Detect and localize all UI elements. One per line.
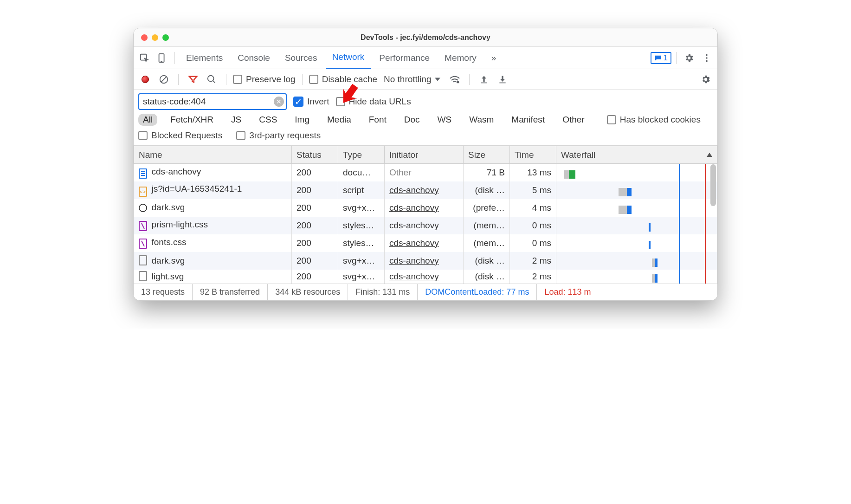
third-party-checkbox[interactable]: 3rd-party requests bbox=[236, 130, 321, 141]
type-js[interactable]: JS bbox=[226, 114, 246, 126]
cell-status: 200 bbox=[292, 217, 338, 234]
cell-type: svg+x… bbox=[338, 199, 385, 217]
device-toolbar-icon[interactable] bbox=[154, 50, 170, 66]
script-icon: <> bbox=[139, 187, 147, 197]
chevron-down-icon bbox=[435, 77, 440, 82]
filter-row: ✕ ✓ Invert Hide data URLs bbox=[134, 90, 717, 112]
settings-icon[interactable] bbox=[681, 50, 697, 66]
col-waterfall[interactable]: Waterfall bbox=[556, 146, 717, 164]
table-row[interactable]: <>js?id=UA-165345241-1200scriptcds-ancho… bbox=[134, 181, 717, 199]
type-css[interactable]: CSS bbox=[254, 114, 282, 126]
cell-initiator[interactable]: cds-anchovy bbox=[385, 199, 464, 217]
clear-button[interactable] bbox=[156, 71, 172, 87]
cell-waterfall bbox=[556, 252, 717, 270]
type-fetchxhr[interactable]: Fetch/XHR bbox=[166, 114, 218, 126]
type-wasm[interactable]: Wasm bbox=[464, 114, 498, 126]
devtools-window: DevTools - jec.fyi/demo/cds-anchovy Elem… bbox=[133, 28, 718, 301]
network-conditions-icon[interactable] bbox=[447, 71, 463, 87]
sort-asc-icon bbox=[707, 153, 712, 157]
cell-name: fonts.css bbox=[134, 234, 292, 252]
record-button[interactable] bbox=[137, 71, 153, 87]
type-filter-row: AllFetch/XHRJSCSSImgMediaFontDocWSWasmMa… bbox=[134, 112, 717, 129]
type-doc[interactable]: Doc bbox=[400, 114, 425, 126]
kebab-menu-icon[interactable] bbox=[699, 50, 715, 66]
titlebar: DevTools - jec.fyi/demo/cds-anchovy bbox=[134, 28, 717, 47]
cell-initiator[interactable]: cds-anchovy bbox=[385, 270, 464, 284]
col-time[interactable]: Time bbox=[510, 146, 556, 164]
col-size[interactable]: Size bbox=[464, 146, 510, 164]
table-scrollbar[interactable] bbox=[710, 164, 716, 206]
filter-input[interactable] bbox=[138, 93, 287, 110]
cell-type: styles… bbox=[338, 217, 385, 234]
moon-icon bbox=[139, 203, 147, 213]
table-row[interactable]: fonts.css200styles…cds-anchovy(mem…0 ms bbox=[134, 234, 717, 252]
table-row[interactable]: dark.svg200svg+x…cds-anchovy(disk …2 ms bbox=[134, 252, 717, 270]
svg-point-4 bbox=[706, 57, 708, 59]
type-font[interactable]: Font bbox=[364, 114, 391, 126]
cell-waterfall bbox=[556, 164, 717, 181]
cell-time: 2 ms bbox=[510, 252, 556, 270]
third-party-label: 3rd-party requests bbox=[249, 130, 321, 141]
type-all[interactable]: All bbox=[138, 114, 157, 126]
cell-initiator[interactable]: cds-anchovy bbox=[385, 252, 464, 270]
svg-point-5 bbox=[706, 60, 708, 62]
type-ws[interactable]: WS bbox=[433, 114, 457, 126]
tabs-overflow-button[interactable]: » bbox=[485, 47, 503, 69]
cell-initiator[interactable]: cds-anchovy bbox=[385, 181, 464, 199]
tab-sources[interactable]: Sources bbox=[278, 47, 324, 69]
tab-console[interactable]: Console bbox=[231, 47, 277, 69]
tab-network[interactable]: Network bbox=[326, 47, 371, 69]
tab-performance[interactable]: Performance bbox=[373, 47, 436, 69]
chat-icon bbox=[654, 54, 662, 62]
cell-initiator: Other bbox=[385, 164, 464, 181]
svg-point-3 bbox=[706, 54, 708, 56]
blocked-requests-checkbox[interactable]: Blocked Requests bbox=[138, 130, 222, 141]
cell-initiator[interactable]: cds-anchovy bbox=[385, 217, 464, 234]
type-manifest[interactable]: Manifest bbox=[507, 114, 549, 126]
cell-name: cds-anchovy bbox=[134, 164, 292, 181]
hide-data-urls-checkbox[interactable]: Hide data URLs bbox=[336, 97, 411, 107]
table-row[interactable]: dark.svg200svg+x…cds-anchovy(prefe…4 ms bbox=[134, 199, 717, 217]
table-row[interactable]: cds-anchovy200docu…Other71 B13 ms bbox=[134, 164, 717, 181]
filter-icon[interactable] bbox=[185, 71, 201, 87]
col-initiator[interactable]: Initiator bbox=[385, 146, 464, 164]
cell-name: dark.svg bbox=[134, 199, 292, 217]
cell-name: dark.svg bbox=[134, 252, 292, 270]
search-icon[interactable] bbox=[204, 71, 219, 87]
issues-badge[interactable]: 1 bbox=[651, 52, 671, 64]
invert-checkbox[interactable]: ✓ Invert bbox=[293, 97, 329, 107]
stylesheet-icon bbox=[139, 239, 147, 249]
disable-cache-checkbox[interactable]: Disable cache bbox=[309, 74, 377, 84]
table-row[interactable]: prism-light.css200styles…cds-anchovy(mem… bbox=[134, 217, 717, 234]
cell-status: 200 bbox=[292, 252, 338, 270]
inspect-element-icon[interactable] bbox=[136, 50, 152, 66]
cell-size: (disk … bbox=[464, 181, 510, 199]
preserve-log-label: Preserve log bbox=[246, 74, 296, 84]
svg-line-9 bbox=[213, 80, 215, 83]
tab-memory[interactable]: Memory bbox=[438, 47, 483, 69]
cell-time: 5 ms bbox=[510, 181, 556, 199]
type-img[interactable]: Img bbox=[290, 114, 314, 126]
file-icon bbox=[139, 271, 147, 281]
download-har-icon[interactable] bbox=[495, 71, 510, 87]
blocked-requests-label: Blocked Requests bbox=[151, 130, 222, 141]
col-name[interactable]: Name bbox=[134, 146, 292, 164]
panel-settings-icon[interactable] bbox=[698, 71, 714, 87]
tab-elements[interactable]: Elements bbox=[180, 47, 229, 69]
throttling-select[interactable]: No throttling bbox=[380, 74, 444, 84]
table-row[interactable]: light.svg200svg+x…cds-anchovy(disk …2 ms bbox=[134, 270, 717, 284]
type-other[interactable]: Other bbox=[558, 114, 589, 126]
cell-type: script bbox=[338, 181, 385, 199]
col-status[interactable]: Status bbox=[292, 146, 338, 164]
upload-har-icon[interactable] bbox=[476, 71, 492, 87]
has-blocked-cookies-checkbox[interactable]: Has blocked cookies bbox=[607, 115, 701, 125]
cell-status: 200 bbox=[292, 199, 338, 217]
preserve-log-checkbox[interactable]: Preserve log bbox=[233, 74, 296, 84]
type-media[interactable]: Media bbox=[322, 114, 356, 126]
document-icon bbox=[139, 168, 147, 179]
clear-filter-icon[interactable]: ✕ bbox=[274, 97, 284, 107]
cell-size: (prefe… bbox=[464, 199, 510, 217]
svg-point-8 bbox=[208, 75, 214, 81]
col-type[interactable]: Type bbox=[338, 146, 385, 164]
cell-initiator[interactable]: cds-anchovy bbox=[385, 234, 464, 252]
